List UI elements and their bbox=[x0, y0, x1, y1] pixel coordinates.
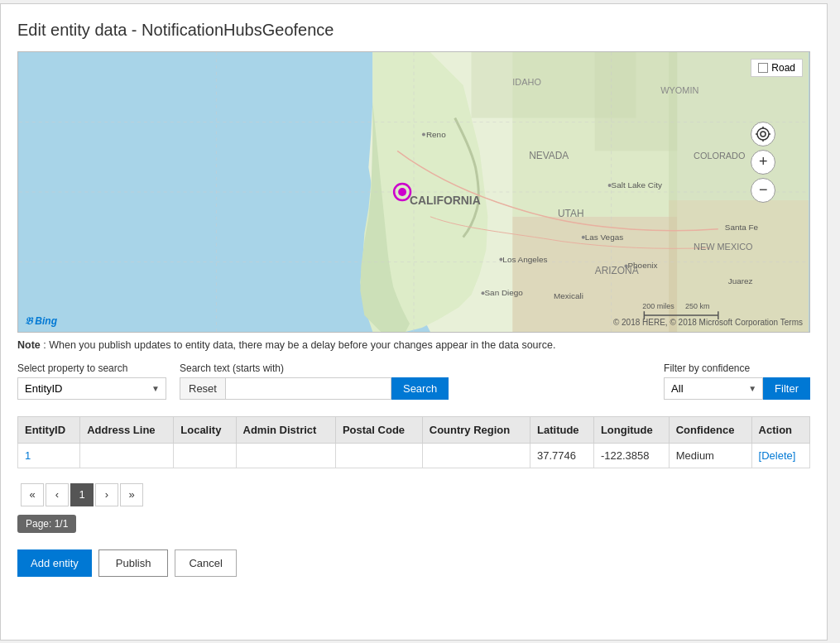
zoom-in-button[interactable]: + bbox=[751, 150, 775, 175]
note-text: Note : When you publish updates to entit… bbox=[17, 339, 810, 351]
svg-point-28 bbox=[582, 235, 585, 238]
svg-text:WYOMIN: WYOMIN bbox=[660, 84, 698, 94]
col-entityid: EntityID bbox=[18, 416, 80, 443]
last-page-button[interactable]: » bbox=[120, 483, 143, 506]
table-header-row: EntityID Address Line Locality Admin Dis… bbox=[18, 416, 810, 443]
svg-text:IDAHO: IDAHO bbox=[512, 76, 541, 86]
road-label: Road bbox=[771, 62, 795, 74]
svg-rect-8 bbox=[595, 52, 677, 151]
svg-text:Reno: Reno bbox=[426, 130, 446, 139]
svg-text:NEW MEXICO: NEW MEXICO bbox=[694, 241, 753, 251]
svg-text:NEVADA: NEVADA bbox=[529, 150, 569, 161]
svg-text:Juarez: Juarez bbox=[728, 276, 753, 286]
col-postal-code: Postal Code bbox=[335, 416, 422, 443]
search-text-row: Reset Search bbox=[180, 377, 449, 400]
svg-rect-6 bbox=[669, 199, 809, 331]
svg-point-46 bbox=[761, 132, 766, 137]
filter-group: Filter by confidence All High Medium Low… bbox=[664, 362, 810, 400]
svg-text:Las Vegas: Las Vegas bbox=[585, 232, 623, 241]
col-admin-district: Admin District bbox=[236, 416, 335, 443]
prev-page-button[interactable]: ‹ bbox=[46, 483, 69, 506]
svg-text:CALIFORNIA: CALIFORNIA bbox=[410, 193, 481, 206]
property-search-group: Select property to search EntityID Addre… bbox=[17, 362, 166, 400]
cell-latitude: 37.7746 bbox=[530, 443, 594, 468]
search-text-label: Search text (starts with) bbox=[180, 362, 449, 374]
cell-country-region bbox=[422, 443, 530, 468]
publish-button[interactable]: Publish bbox=[98, 549, 169, 577]
first-page-button[interactable]: « bbox=[21, 483, 44, 506]
svg-point-26 bbox=[608, 184, 612, 187]
bing-text: Bing bbox=[35, 315, 57, 327]
cell-action: [Delete] bbox=[751, 443, 809, 468]
note-label: Note bbox=[17, 339, 41, 351]
entity-id-link[interactable]: 1 bbox=[25, 449, 31, 462]
cell-confidence: Medium bbox=[669, 443, 751, 468]
data-table: EntityID Address Line Locality Admin Dis… bbox=[17, 416, 810, 468]
search-button[interactable]: Search bbox=[391, 377, 449, 400]
property-search-label: Select property to search bbox=[17, 362, 166, 374]
cell-longitude: -122.3858 bbox=[593, 443, 669, 468]
map-container[interactable]: CALIFORNIA NEVADA UTAH ARIZONA NEW MEXIC… bbox=[17, 51, 810, 333]
svg-point-24 bbox=[422, 132, 425, 136]
property-select[interactable]: EntityID Address Line Locality Admin Dis… bbox=[17, 377, 166, 400]
svg-text:250 km: 250 km bbox=[685, 302, 709, 310]
search-input[interactable] bbox=[226, 377, 391, 400]
map-copyright: © 2018 HERE, © 2018 Microsoft Corporatio… bbox=[613, 318, 803, 327]
current-page-button[interactable]: 1 bbox=[70, 483, 94, 506]
svg-text:Santa Fe: Santa Fe bbox=[725, 222, 759, 231]
filter-select[interactable]: All High Medium Low bbox=[664, 377, 763, 400]
road-toggle-button[interactable]: Road bbox=[751, 59, 803, 77]
svg-point-30 bbox=[624, 264, 627, 267]
pagination-container: « ‹ 1 › » Page: 1/1 bbox=[17, 477, 810, 533]
road-checkbox bbox=[758, 63, 768, 73]
bottom-bar: Add entity Publish Cancel bbox=[17, 549, 810, 577]
page-info: Page: 1/1 bbox=[17, 515, 76, 533]
col-locality: Locality bbox=[174, 416, 236, 443]
pagination-row: « ‹ 1 › » bbox=[17, 477, 810, 510]
col-country-region: Country Region bbox=[422, 416, 530, 443]
filter-button[interactable]: Filter bbox=[763, 377, 810, 400]
table-row: 1 37.7746 -122.3858 Medium [Delete] bbox=[18, 443, 810, 468]
locate-button[interactable] bbox=[751, 122, 775, 146]
cell-address-line bbox=[80, 443, 174, 468]
svg-text:Mexicali: Mexicali bbox=[554, 291, 583, 300]
svg-text:Los Angeles: Los Angeles bbox=[502, 254, 547, 263]
cell-entityid: 1 bbox=[18, 443, 80, 468]
filter-select-wrapper: All High Medium Low ▼ bbox=[664, 377, 763, 400]
svg-text:Salt Lake City: Salt Lake City bbox=[612, 180, 662, 190]
col-latitude: Latitude bbox=[530, 416, 594, 443]
filter-row: All High Medium Low ▼ Filter bbox=[664, 377, 810, 400]
col-confidence: Confidence bbox=[669, 416, 751, 443]
col-action: Action bbox=[751, 416, 809, 443]
map-controls: Road + − bbox=[751, 59, 803, 203]
bing-logo: 𝔅 Bing bbox=[25, 315, 57, 327]
reset-button[interactable]: Reset bbox=[180, 377, 226, 400]
delete-link[interactable]: [Delete] bbox=[759, 449, 796, 462]
property-select-wrapper: EntityID Address Line Locality Admin Dis… bbox=[17, 377, 166, 400]
svg-text:200 miles: 200 miles bbox=[642, 302, 674, 310]
col-address-line: Address Line bbox=[80, 416, 174, 443]
svg-text:COLORADO: COLORADO bbox=[694, 151, 746, 161]
cell-admin-district bbox=[236, 443, 335, 468]
svg-text:San Diego: San Diego bbox=[484, 288, 523, 297]
col-longitude: Longitude bbox=[593, 416, 669, 443]
svg-text:UTAH: UTAH bbox=[558, 207, 584, 218]
svg-point-45 bbox=[757, 128, 769, 140]
svg-point-44 bbox=[398, 188, 406, 196]
next-page-button[interactable]: › bbox=[95, 483, 118, 506]
zoom-out-button[interactable]: − bbox=[751, 178, 775, 203]
svg-point-32 bbox=[499, 257, 502, 261]
map-svg: CALIFORNIA NEVADA UTAH ARIZONA NEW MEXIC… bbox=[18, 52, 809, 332]
cell-locality bbox=[174, 443, 236, 468]
search-text-group: Search text (starts with) Reset Search bbox=[180, 362, 449, 400]
cell-postal-code bbox=[335, 443, 422, 468]
svg-text:Phoenix: Phoenix bbox=[627, 261, 657, 270]
locate-icon bbox=[756, 127, 770, 142]
svg-point-34 bbox=[482, 291, 485, 295]
bing-b: 𝔅 bbox=[25, 315, 32, 327]
cancel-button[interactable]: Cancel bbox=[175, 549, 236, 577]
note-body: : When you publish updates to entity dat… bbox=[43, 339, 555, 351]
search-area: Select property to search EntityID Addre… bbox=[17, 362, 810, 400]
add-entity-button[interactable]: Add entity bbox=[17, 549, 92, 577]
filter-label: Filter by confidence bbox=[664, 362, 810, 374]
